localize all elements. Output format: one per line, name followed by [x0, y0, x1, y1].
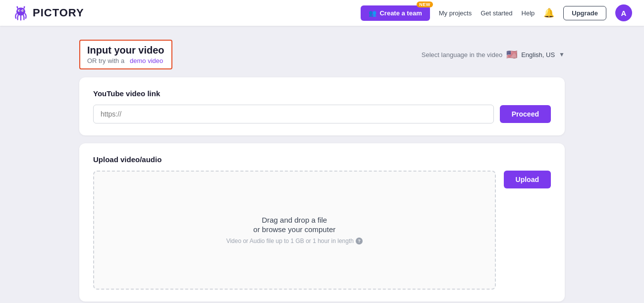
try-demo-row: OR try with a demo video [87, 57, 164, 64]
upload-card: Upload video/audio Drag and drop a file … [79, 143, 565, 302]
language-selector[interactable]: Select language in the video 🇺🇸 English,… [422, 49, 565, 60]
svg-point-3 [19, 10, 20, 11]
youtube-card-title: YouTube video link [93, 89, 551, 98]
dropzone-hint: Video or Audio file up to 1 GB or 1 hour… [226, 238, 363, 244]
youtube-card: YouTube video link Proceed [79, 77, 565, 135]
help-icon: ? [356, 238, 363, 244]
upload-button[interactable]: Upload [504, 171, 551, 188]
proceed-button[interactable]: Proceed [500, 105, 551, 123]
hint-text: Video or Audio file up to 1 GB or 1 hour… [226, 238, 354, 244]
help-link[interactable]: Help [522, 9, 535, 17]
demo-video-link[interactable]: demo video [130, 57, 163, 64]
youtube-row: Proceed [93, 105, 551, 123]
flag-icon: 🇺🇸 [506, 49, 517, 60]
logo-icon [12, 4, 30, 22]
my-projects-link[interactable]: My projects [439, 9, 472, 17]
upload-row: Drag and drop a file or browse your comp… [93, 171, 551, 290]
main-content: Input your video OR try with a demo vide… [0, 26, 644, 303]
chevron-down-icon: ▼ [559, 51, 565, 58]
create-team-icon: 👥 [369, 9, 376, 17]
language-label: Select language in the video [422, 51, 502, 59]
language-value: English, US [521, 51, 555, 59]
get-started-link[interactable]: Get started [481, 9, 512, 17]
upload-btn-wrapper: Upload [504, 171, 551, 188]
youtube-url-input[interactable] [93, 105, 494, 123]
page-header: Input your video OR try with a demo vide… [79, 40, 565, 69]
upgrade-button[interactable]: Upgrade [563, 6, 606, 20]
new-badge: NEW [417, 1, 433, 7]
avatar[interactable]: A [615, 4, 632, 21]
header-left: PICTORY [12, 4, 84, 22]
try-with-text: OR try with a [87, 57, 124, 64]
dropzone[interactable]: Drag and drop a file or browse your comp… [93, 171, 496, 290]
header-right: 👥 Create a team NEW My projects Get star… [361, 4, 632, 21]
upload-card-title: Upload video/audio [93, 155, 551, 164]
input-video-title: Input your video [87, 45, 164, 56]
create-team-button[interactable]: 👥 Create a team NEW [361, 5, 429, 21]
notification-bell-icon[interactable]: 🔔 [543, 7, 554, 18]
logo-text: PICTORY [33, 6, 84, 19]
input-video-box: Input your video OR try with a demo vide… [79, 40, 172, 69]
browse-text: or browse your computer [253, 225, 335, 234]
logo[interactable]: PICTORY [12, 4, 84, 22]
drag-drop-text: Drag and drop a file [262, 216, 327, 224]
create-team-label: Create a team [379, 9, 422, 17]
svg-point-4 [22, 10, 23, 11]
header: PICTORY 👥 Create a team NEW My projects … [0, 0, 644, 26]
